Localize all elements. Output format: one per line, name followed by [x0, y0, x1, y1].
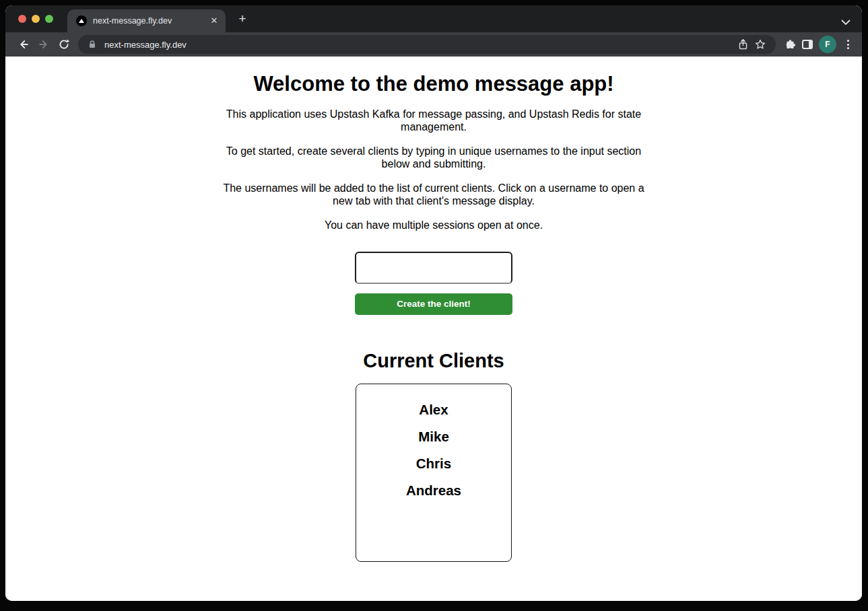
side-panel-icon	[802, 40, 813, 49]
create-client-button[interactable]: Create the client!	[355, 293, 512, 315]
bookmark-button[interactable]	[752, 36, 769, 53]
star-icon	[754, 38, 766, 50]
tab-search-button[interactable]	[841, 16, 850, 28]
intro-paragraph-3: The usernames will be added to the list …	[220, 182, 648, 207]
url-text: next-message.fly.dev	[104, 40, 734, 50]
reload-button[interactable]	[54, 35, 74, 54]
menu-button[interactable]	[839, 36, 857, 53]
forward-button[interactable]	[34, 35, 54, 54]
client-name[interactable]: Andreas	[356, 483, 511, 497]
extensions-button[interactable]	[781, 36, 799, 53]
side-panel-button[interactable]	[799, 36, 816, 53]
minimize-window-button[interactable]	[32, 15, 40, 23]
username-input[interactable]	[355, 252, 512, 284]
browser-tab[interactable]: next-message.fly.dev ✕	[67, 9, 226, 32]
back-button[interactable]	[13, 35, 34, 54]
site-favicon-icon	[76, 15, 87, 26]
profile-avatar[interactable]: F	[819, 36, 836, 53]
tab-close-button[interactable]: ✕	[208, 15, 220, 27]
traffic-lights	[18, 15, 53, 23]
close-window-button[interactable]	[18, 15, 26, 23]
browser-window: next-message.fly.dev ✕ +	[5, 5, 862, 601]
back-icon	[18, 38, 30, 50]
address-bar[interactable]: next-message.fly.dev	[78, 35, 776, 54]
toolbar: next-message.fly.dev F	[5, 32, 862, 57]
tab-strip: next-message.fly.dev ✕ +	[5, 5, 862, 32]
forward-icon	[38, 38, 50, 50]
intro-paragraph-1: This application uses Upstash Kafka for …	[220, 108, 648, 133]
clients-list: Alex Mike Chris Andreas	[356, 384, 512, 562]
create-client-form: Create the client!	[5, 252, 862, 315]
lock-icon	[87, 39, 98, 50]
clients-heading: Current Clients	[5, 350, 862, 372]
new-tab-button[interactable]: +	[235, 11, 250, 26]
page-title: Welcome to the demo message app!	[5, 72, 862, 96]
tab-title: next-message.fly.dev	[93, 16, 208, 26]
share-icon	[737, 38, 749, 50]
share-button[interactable]	[734, 36, 752, 53]
client-name[interactable]: Mike	[356, 429, 511, 443]
kebab-icon	[847, 40, 849, 49]
page-content: Welcome to the demo message app! This ap…	[5, 57, 862, 601]
zoom-window-button[interactable]	[45, 15, 53, 23]
intro-paragraph-2: To get started, create several clients b…	[220, 145, 648, 170]
reload-icon	[58, 38, 70, 50]
intro-paragraph-4: You can have multiple sessions open at o…	[220, 219, 648, 232]
puzzle-icon	[784, 39, 796, 50]
client-name[interactable]: Chris	[356, 456, 511, 470]
chevron-down-icon	[841, 20, 850, 26]
client-name[interactable]: Alex	[356, 402, 511, 417]
